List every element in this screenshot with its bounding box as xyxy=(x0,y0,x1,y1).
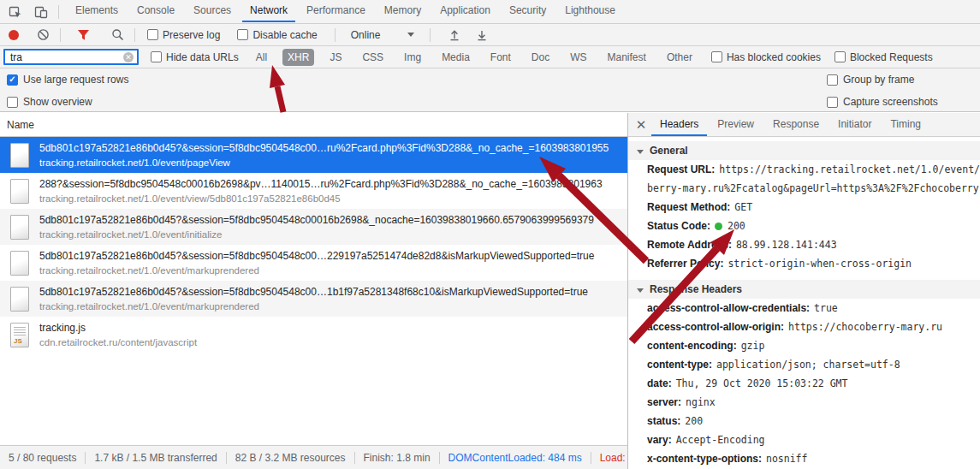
tab-application[interactable]: Application xyxy=(432,0,498,22)
header-entry: vary:Accept-Encoding xyxy=(628,430,980,449)
header-value: nosniff xyxy=(766,453,807,465)
request-row[interactable]: 5db801c197a52821e86b0d45?&session=5f8dbc… xyxy=(0,137,627,173)
inspect-element-icon[interactable] xyxy=(5,3,26,21)
group-by-frame-checkbox[interactable]: Group by frame xyxy=(827,74,914,86)
request-row[interactable]: 5db801c197a52821e86b0d45?&session=5f8dbc… xyxy=(0,209,627,245)
tab-network[interactable]: Network xyxy=(242,0,295,22)
tab-security[interactable]: Security xyxy=(502,0,554,22)
detail-tab-initiator[interactable]: Initiator xyxy=(829,114,880,136)
detail-tab-strip: HeadersPreviewResponseInitiatorTiming xyxy=(650,113,930,136)
device-toolbar-icon[interactable] xyxy=(31,3,51,21)
header-name: x-content-type-options: xyxy=(647,453,762,465)
detail-tab-preview[interactable]: Preview xyxy=(709,114,763,136)
import-har-button[interactable] xyxy=(444,26,465,45)
search-button[interactable] xyxy=(107,26,128,45)
header-entry: Request Method:GET xyxy=(628,198,980,217)
header-value: https://chocoberry-mary.ru xyxy=(788,321,942,333)
header-name: Request Method: xyxy=(647,201,730,213)
clear-button[interactable] xyxy=(33,26,53,45)
throttling-select[interactable]: Online xyxy=(351,29,415,41)
name-column-header[interactable]: Name xyxy=(0,113,627,137)
filter-type-img[interactable]: Img xyxy=(399,49,426,66)
request-list: 5db801c197a52821e86b0d45?&session=5f8dbc… xyxy=(0,137,627,445)
checkbox xyxy=(237,29,248,40)
use-large-request-rows-label: Use large request rows xyxy=(23,74,128,86)
headers-pane: General Request URL:https://tracking.ret… xyxy=(628,137,980,469)
blocked-requests-checkbox[interactable]: Blocked Requests xyxy=(834,51,933,63)
file-icon xyxy=(10,287,29,312)
show-overview-label: Show overview xyxy=(23,96,92,108)
request-row[interactable]: 5db801c197a52821e86b0d45?&session=5f8dbc… xyxy=(0,245,627,281)
general-section-header[interactable]: General xyxy=(628,141,980,160)
device-icon xyxy=(34,5,48,19)
response-header-entries: access-control-allow-credentials:trueacc… xyxy=(628,299,980,468)
resource-type-filters: AllXHRJSCSSImgMediaFontDocWSManifestOthe… xyxy=(251,49,698,66)
detail-tab-headers[interactable]: Headers xyxy=(651,114,707,136)
filter-type-all[interactable]: All xyxy=(251,49,272,66)
status-ok-dot xyxy=(715,223,722,230)
divider xyxy=(60,28,61,42)
filter-type-font[interactable]: Font xyxy=(485,49,516,66)
request-text: 5db801c197a52821e86b0d45?&session=5f8dbc… xyxy=(39,142,627,168)
request-text: 5db801c197a52821e86b0d45?&session=5f8dbc… xyxy=(39,250,627,276)
divider xyxy=(58,5,59,19)
hide-data-urls-checkbox[interactable]: Hide data URLs xyxy=(151,51,239,63)
export-har-button[interactable] xyxy=(472,26,492,45)
header-name: content-encoding: xyxy=(647,340,737,352)
file-icon xyxy=(10,179,29,204)
filter-type-other[interactable]: Other xyxy=(662,49,698,66)
header-entry: status:200 xyxy=(628,412,980,430)
status-item: Finish: 1.8 min xyxy=(355,452,440,464)
header-value: Accept-Encoding xyxy=(676,434,765,446)
tab-console[interactable]: Console xyxy=(129,0,182,22)
checkbox xyxy=(7,97,18,108)
tab-memory[interactable]: Memory xyxy=(377,0,429,22)
tab-lighthouse[interactable]: Lighthouse xyxy=(557,0,623,22)
preserve-log-checkbox[interactable]: Preserve log xyxy=(147,29,220,41)
request-text: 288?&session=5f8dbc9504548c00016b2698&pv… xyxy=(39,178,627,204)
request-path: cdn.retailrocket.ru/content/javascript xyxy=(39,337,627,347)
show-overview-checkbox[interactable]: Show overview xyxy=(7,96,92,108)
header-value: GET xyxy=(734,201,752,213)
filter-type-doc[interactable]: Doc xyxy=(526,49,555,66)
filter-type-css[interactable]: CSS xyxy=(357,49,389,66)
divider xyxy=(335,28,336,42)
use-large-request-rows-checkbox[interactable]: Use large request rows xyxy=(7,74,128,86)
filter-input[interactable]: ✕ xyxy=(3,49,139,65)
header-entry: access-control-allow-credentials:true xyxy=(628,299,980,318)
status-item: 1.7 kB / 1.5 MB transferred xyxy=(86,452,226,464)
filter-button[interactable] xyxy=(73,26,93,45)
capture-screenshots-checkbox[interactable]: Capture screenshots xyxy=(827,96,938,108)
tab-performance[interactable]: Performance xyxy=(299,0,373,22)
request-row[interactable]: 5db801c197a52821e86b0d45?&session=5f8dbc… xyxy=(0,281,627,317)
inspect-cursor-icon xyxy=(9,5,22,19)
header-name: content-type: xyxy=(647,359,712,371)
detail-tab-timing[interactable]: Timing xyxy=(882,114,930,136)
funnel-icon xyxy=(77,29,90,41)
filter-text-field[interactable] xyxy=(9,50,123,64)
checkbox xyxy=(147,29,158,40)
filter-type-js[interactable]: JS xyxy=(324,49,347,66)
header-name: Referrer Policy: xyxy=(647,258,723,270)
close-details-icon[interactable]: ✕ xyxy=(632,117,650,133)
request-row[interactable]: JStracking.jscdn.retailrocket.ru/content… xyxy=(0,317,627,353)
request-row[interactable]: 288?&session=5f8dbc9504548c00016b2698&pv… xyxy=(0,173,627,209)
detail-tab-response[interactable]: Response xyxy=(764,114,828,136)
header-entry: berry-mary.ru%2Fcatalog&pageUrl=https%3A… xyxy=(628,179,980,198)
response-headers-section-header[interactable]: Response Headers xyxy=(628,280,980,299)
request-path: tracking.retailrocket.net/1.0/event/init… xyxy=(39,229,627,240)
tab-sources[interactable]: Sources xyxy=(186,0,239,22)
filter-type-xhr[interactable]: XHR xyxy=(282,49,314,66)
has-blocked-cookies-checkbox[interactable]: Has blocked cookies xyxy=(711,51,821,63)
record-button[interactable] xyxy=(9,30,19,40)
filter-type-ws[interactable]: WS xyxy=(565,49,591,66)
request-path: tracking.retailrocket.net/1.0/event/mark… xyxy=(39,265,627,276)
tab-elements[interactable]: Elements xyxy=(68,0,126,22)
request-name: 5db801c197a52821e86b0d45?&session=5f8dbc… xyxy=(39,250,627,262)
panel-tab-strip: ElementsConsoleSourcesNetworkPerformance… xyxy=(66,0,625,23)
clear-icon xyxy=(37,28,50,41)
clear-filter-icon[interactable]: ✕ xyxy=(123,52,134,62)
filter-type-manifest[interactable]: Manifest xyxy=(603,49,651,66)
filter-type-media[interactable]: Media xyxy=(437,49,475,66)
disable-cache-checkbox[interactable]: Disable cache xyxy=(237,29,317,41)
